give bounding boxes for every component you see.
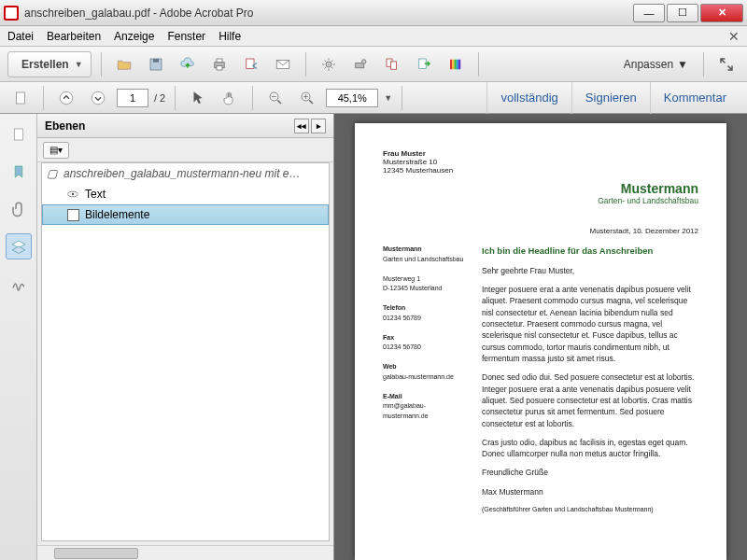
menu-anzeige[interactable]: Anzeige — [114, 30, 154, 43]
close-document-icon[interactable]: ✕ — [728, 29, 740, 44]
nav-layers[interactable] — [6, 233, 32, 259]
nav-thumbnails[interactable] — [6, 121, 32, 147]
svg-point-11 — [361, 59, 366, 63]
sender-block: Mustermann Garten und Landschaftsbau Mus… — [383, 245, 469, 522]
closing: Freundliche Grüße — [482, 467, 698, 478]
scroll-thumb[interactable] — [54, 548, 138, 559]
document-viewport[interactable]: Frau Muster Musterstraße 10 12345 Muster… — [334, 114, 747, 560]
eye-icon — [66, 188, 79, 201]
nav-toolbar: / 2 ▼ vollständig Signieren Kommentar — [0, 82, 747, 114]
menu-hilfe[interactable]: Hilfe — [218, 30, 241, 43]
menu-bearbeiten[interactable]: Bearbeiten — [47, 30, 101, 43]
cloud-button[interactable] — [175, 52, 201, 77]
svg-rect-5 — [217, 59, 222, 63]
nav-bookmarks[interactable] — [6, 159, 32, 185]
share-pdf-icon — [243, 56, 260, 73]
page-icon — [12, 90, 29, 106]
zoom-out-button[interactable] — [262, 86, 289, 110]
paragraph-3: Cras justo odio, dapibus ac facilisis in… — [482, 437, 698, 460]
svg-rect-10 — [355, 63, 363, 67]
layer-root-label: anschreiben_galabau_mustermann-neu mit e… — [63, 167, 300, 180]
chevron-down-icon: ▼ — [677, 58, 688, 71]
nav-rail — [0, 114, 37, 560]
layer-root[interactable]: ▢ anschreiben_galabau_mustermann-neu mit… — [42, 163, 329, 184]
recipient-name: Frau Muster — [383, 149, 698, 158]
layers-panel: Ebenen ◂◂ ▸ ▤▾ ▢ anschreiben_galabau_mus… — [37, 114, 334, 560]
signature-sub: (Geschäftsführer Garten und Landschaftsb… — [482, 505, 698, 514]
link-comment[interactable]: Kommentar — [650, 82, 740, 114]
link-fullview[interactable]: vollständig — [486, 82, 571, 114]
create-button[interactable]: Erstellen ▼ — [7, 51, 92, 77]
floppy-icon — [148, 56, 164, 73]
envelope-icon — [275, 56, 291, 73]
select-tool-button[interactable] — [185, 86, 211, 110]
email-button[interactable] — [270, 52, 296, 77]
page-down-button[interactable] — [85, 86, 111, 110]
layer-text[interactable]: Text — [42, 184, 329, 204]
zoom-input[interactable] — [326, 89, 378, 107]
minimize-button[interactable]: — — [633, 4, 665, 22]
menu-datei[interactable]: Datei — [7, 30, 34, 43]
fullscreen-button[interactable] — [713, 52, 740, 77]
paperclip-icon — [10, 201, 27, 217]
gear-button[interactable] — [316, 52, 342, 77]
open-button[interactable] — [111, 52, 137, 77]
nav-signatures[interactable] — [6, 271, 32, 297]
hand-icon — [221, 90, 238, 106]
color-button[interactable] — [443, 52, 469, 77]
visibility-checkbox[interactable] — [67, 209, 79, 221]
zoom-dropdown-icon[interactable]: ▼ — [384, 93, 392, 103]
signature-icon — [10, 275, 27, 292]
svg-rect-3 — [153, 59, 159, 63]
svg-point-9 — [326, 62, 331, 67]
show-pages-button[interactable] — [7, 86, 34, 110]
menu-fenster[interactable]: Fenster — [167, 30, 205, 43]
svg-rect-6 — [217, 65, 222, 70]
cursor-icon — [190, 90, 206, 106]
zoom-in-button[interactable] — [294, 86, 320, 110]
gear-print-button[interactable] — [347, 52, 374, 77]
page-up-button[interactable] — [53, 86, 79, 110]
recipient-city: 12345 Musterhausen — [383, 166, 698, 175]
gear-print-icon — [352, 56, 369, 73]
layer-images[interactable]: Bildelemente — [42, 204, 329, 225]
bookmark-icon — [10, 163, 27, 180]
paragraph-1: Integer posuere erat a ante venenatis da… — [482, 284, 698, 364]
panel-prev-button[interactable]: ◂◂ — [294, 119, 309, 133]
page-total-label: / 2 — [154, 92, 165, 104]
close-button[interactable]: ✕ — [700, 4, 743, 22]
zoom-out-icon — [267, 90, 284, 106]
combine-button[interactable] — [379, 52, 405, 77]
layer-images-label: Bildelemente — [85, 208, 149, 221]
nav-attachments[interactable] — [6, 196, 32, 222]
window-title: anschreiben_galabau.pdf - Adobe Acrobat … — [24, 7, 254, 20]
export-button[interactable] — [411, 52, 437, 77]
panel-title: Ebenen — [45, 119, 85, 133]
svg-rect-15 — [450, 59, 452, 69]
panel-next-button[interactable]: ▸ — [311, 119, 326, 133]
maximize-button[interactable]: ☐ — [667, 4, 698, 22]
panel-options-button[interactable]: ▤▾ — [43, 142, 69, 159]
salutation: Sehr geehrte Frau Muster, — [482, 265, 698, 276]
link-sign[interactable]: Signieren — [571, 82, 650, 114]
print-button[interactable] — [206, 52, 233, 77]
letter-body: Ich bin die Headline für das Anschreiben… — [482, 245, 698, 522]
brand-name: Mustermann — [598, 181, 698, 196]
combine-pdf-icon — [384, 56, 401, 73]
save-button[interactable] — [143, 52, 169, 77]
svg-rect-18 — [456, 59, 458, 69]
svg-rect-19 — [458, 59, 460, 69]
printer-icon — [211, 56, 228, 73]
svg-rect-7 — [246, 59, 253, 69]
svg-point-21 — [60, 91, 73, 105]
panel-hscrollbar[interactable] — [37, 545, 333, 560]
hand-tool-button[interactable] — [217, 86, 243, 110]
letter-headline: Ich bin die Headline für das Anschreiben — [482, 245, 698, 258]
layers-tree[interactable]: ▢ anschreiben_galabau_mustermann-neu mit… — [41, 162, 330, 541]
page-number-input[interactable] — [117, 89, 148, 107]
customize-button[interactable]: Anpassen ▼ — [618, 58, 694, 71]
share-button[interactable] — [238, 52, 264, 77]
svg-point-32 — [72, 193, 74, 195]
customize-label: Anpassen — [624, 58, 673, 71]
pdf-icon — [4, 6, 19, 21]
